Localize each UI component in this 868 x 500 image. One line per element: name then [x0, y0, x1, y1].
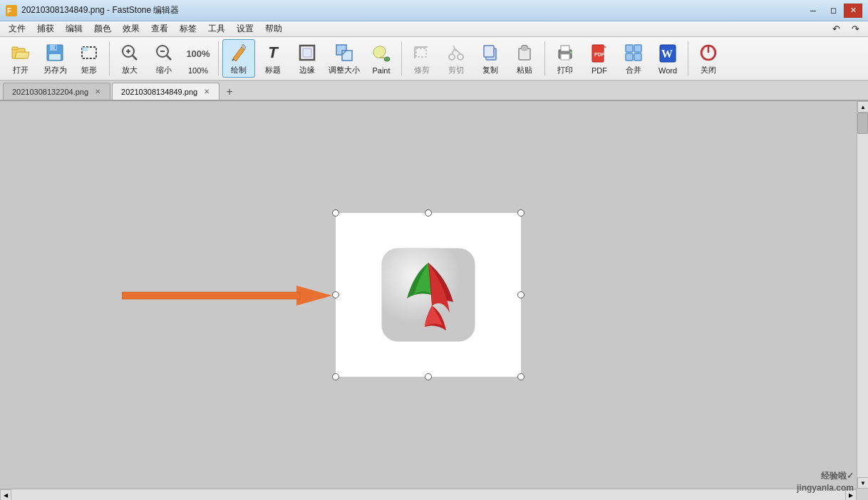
title-bar: F 20210308134849.png - FastStone 编辑器 ─ ◻… [0, 0, 868, 21]
menu-tags[interactable]: 标签 [174, 21, 202, 36]
copy-label: 复制 [482, 65, 498, 75]
minimize-button[interactable]: ─ [804, 4, 822, 18]
svg-marker-4 [15, 52, 29, 58]
svg-rect-40 [570, 51, 572, 53]
svg-marker-43 [604, 45, 606, 48]
scroll-left-arrow[interactable]: ◀ [0, 489, 11, 500]
handle-tr[interactable] [517, 209, 525, 217]
scroll-thumb-v[interactable] [857, 113, 868, 134]
scrollbar-horizontal[interactable]: ◀ ▶ [0, 489, 857, 500]
menu-tools[interactable]: 工具 [202, 21, 231, 36]
svg-rect-45 [626, 45, 633, 52]
watermark: 经验啦✓jingyanla.com [797, 470, 854, 494]
tool-zoom-in[interactable]: 放大 [113, 39, 146, 78]
menu-color[interactable]: 颜色 [88, 21, 117, 36]
tool-zoom-out[interactable]: 缩小 [148, 39, 180, 78]
tool-save-as[interactable]: 另存为 [38, 39, 71, 78]
toolbar-sep-2 [218, 41, 219, 75]
watermark-text: 经验啦✓jingyanla.com [797, 470, 854, 494]
paint-icon [370, 42, 393, 65]
tool-resize[interactable]: 调整大小 [325, 39, 363, 78]
resize-icon [333, 41, 356, 63]
handle-bc[interactable] [425, 373, 432, 380]
svg-rect-3 [12, 47, 18, 50]
scroll-up-arrow[interactable]: ▲ [857, 101, 868, 113]
crop-icon [410, 41, 433, 63]
scroll-down-arrow[interactable]: ▼ [857, 477, 868, 489]
tool-merge[interactable]: 合并 [617, 39, 650, 78]
print-label: 打印 [557, 65, 573, 75]
caption-icon: T [262, 41, 284, 63]
zoom-pct-label: 100% [188, 66, 208, 75]
tool-zoom-pct[interactable]: 100% 100% [182, 39, 215, 78]
window-title: 20210308134849.png - FastStone 编辑器 [21, 4, 804, 16]
svg-rect-33 [484, 46, 494, 57]
tool-print[interactable]: 打印 [549, 39, 582, 78]
tool-crop[interactable]: 修剪 [405, 39, 438, 78]
menu-capture[interactable]: 捕获 [31, 21, 60, 36]
svg-line-14 [133, 56, 137, 60]
tool-open[interactable]: 打开 [4, 39, 37, 78]
zoom-in-icon [118, 41, 141, 63]
print-icon [554, 41, 577, 63]
svg-rect-46 [634, 45, 641, 52]
handle-bl[interactable] [332, 373, 339, 380]
handle-ml[interactable] [332, 291, 339, 298]
handle-br[interactable] [517, 373, 525, 380]
handle-mr[interactable] [517, 291, 525, 298]
tab-1-close[interactable]: ✕ [93, 87, 103, 97]
svg-line-29 [452, 48, 455, 54]
svg-rect-55 [122, 292, 300, 299]
handle-tc[interactable] [425, 209, 432, 217]
svg-rect-10 [82, 47, 88, 51]
tool-close[interactable]: 关闭 [692, 39, 725, 78]
svg-text:W: W [661, 48, 673, 60]
cut-icon [445, 41, 467, 63]
handle-tl[interactable] [332, 209, 339, 217]
tool-copy[interactable]: 复制 [474, 39, 507, 78]
scrollbar-vertical[interactable]: ▲ ▼ [857, 101, 868, 489]
tool-word[interactable]: W Word [651, 39, 684, 78]
menu-edit[interactable]: 编辑 [60, 21, 88, 36]
tool-pdf[interactable]: PDF PDF [583, 39, 616, 78]
tool-rect[interactable]: 矩形 [73, 39, 105, 78]
tool-border[interactable]: 边缘 [291, 39, 324, 78]
tab-2[interactable]: 20210308134849.png ✕ [112, 83, 219, 100]
menu-file[interactable]: 文件 [3, 21, 31, 36]
tool-paste[interactable]: 粘贴 [508, 39, 541, 78]
tool-cut[interactable]: 剪切 [440, 39, 472, 78]
tool-paint[interactable]: Paint [365, 39, 398, 78]
toolbar-sep-4 [544, 41, 545, 75]
svg-rect-21 [342, 51, 352, 61]
save-as-label: 另存为 [43, 65, 67, 75]
menu-effects[interactable]: 效果 [117, 21, 145, 36]
menu-view[interactable]: 查看 [145, 21, 174, 36]
image-content [375, 241, 482, 348]
svg-rect-38 [561, 46, 569, 51]
zoom-out-label: 缩小 [156, 65, 172, 75]
cut-label: 剪切 [448, 65, 464, 75]
word-icon: W [656, 42, 679, 65]
close-button[interactable]: ✕ [844, 4, 862, 18]
tab-2-close[interactable]: ✕ [202, 87, 212, 97]
canvas-area: ▲ ▼ ◀ ▶ [0, 101, 868, 500]
tool-draw[interactable]: 绘制 [222, 39, 255, 78]
tool-caption[interactable]: T 标题 [257, 39, 289, 78]
tab-1-label: 20210308132204.png [12, 88, 88, 96]
svg-text:PDF: PDF [594, 52, 605, 57]
redo-button[interactable]: ↷ [846, 22, 865, 36]
menu-help[interactable]: 帮助 [259, 21, 288, 36]
tab-add-button[interactable]: + [221, 84, 238, 100]
menu-settings[interactable]: 设置 [231, 21, 259, 36]
undo-button[interactable]: ↶ [827, 22, 846, 36]
toolbar-sep-3 [401, 41, 402, 75]
svg-rect-19 [303, 48, 311, 57]
toolbar-sep-5 [688, 41, 688, 75]
save-icon [43, 41, 66, 63]
tab-2-label: 20210308134849.png [121, 88, 197, 96]
open-label: 打开 [13, 65, 29, 75]
pdf-label: PDF [591, 66, 607, 75]
maximize-button[interactable]: ◻ [824, 4, 842, 18]
tab-1[interactable]: 20210308132204.png ✕ [3, 83, 110, 100]
image-wrapper [336, 213, 521, 377]
